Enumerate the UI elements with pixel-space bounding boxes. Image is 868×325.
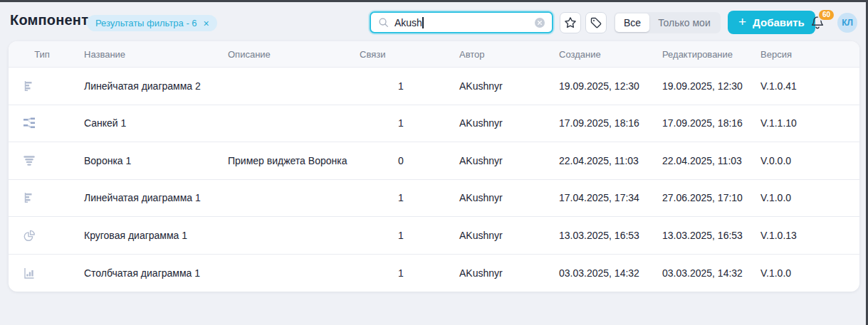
cell-links: 1	[351, 117, 451, 129]
cell-links: 1	[351, 267, 451, 279]
clear-search-icon[interactable]	[534, 17, 545, 28]
cell-version: V.1.0.0	[752, 267, 859, 279]
column-header-author[interactable]: Автор	[451, 49, 550, 60]
table-row[interactable]: Круговая диаграмма 1 1 AKushnyr 13.03.20…	[9, 217, 859, 255]
table-body: Линейчатая диаграмма 2 1 AKushnyr 19.09.…	[9, 68, 859, 292]
cell-author: AKushnyr	[451, 192, 550, 203]
cell-version: V.1.0.13	[752, 230, 859, 241]
cell-edited: 17.09.2025, 18:16	[654, 117, 752, 129]
cell-author: AKushnyr	[451, 155, 550, 166]
column-header-links[interactable]: Связи	[351, 49, 451, 60]
star-icon	[563, 16, 577, 30]
table-row[interactable]: Линейчатая диаграмма 2 1 AKushnyr 19.09.…	[9, 68, 859, 105]
cell-links: 1	[351, 192, 451, 203]
table-header-row: Тип Название Описание Связи Автор Создан…	[9, 41, 859, 68]
search-value: Akush	[394, 17, 422, 28]
tag-icon	[589, 16, 603, 30]
cell-links: 1	[351, 80, 451, 92]
cell-edited: 19.09.2025, 12:30	[654, 80, 752, 92]
sankey-icon	[22, 116, 36, 130]
add-button-label: Добавить	[753, 16, 805, 28]
column-header-version[interactable]: Версия	[752, 49, 859, 60]
horizontal-bar-chart-icon	[22, 79, 36, 93]
cell-type	[9, 191, 75, 205]
cell-name: Круговая диаграмма 1	[75, 230, 219, 241]
add-button[interactable]: + Добавить	[728, 11, 815, 34]
filter-results-badge[interactable]: Результаты фильтра - 6 ×	[87, 15, 217, 31]
cell-created: 17.04.2025, 17:34	[550, 192, 654, 203]
cell-type	[9, 154, 75, 168]
segment-option-only-mine[interactable]: Только мои	[649, 14, 719, 32]
pie-chart-icon	[22, 228, 36, 243]
top-bar: Компоненты Результаты фильтра - 6 × Akus…	[0, 2, 868, 41]
cell-version: V.0.0.0	[752, 155, 859, 166]
components-table: Тип Название Описание Связи Автор Создан…	[9, 41, 859, 292]
cell-author: AKushnyr	[451, 80, 550, 92]
search-input[interactable]: Akush	[370, 11, 553, 33]
cell-version: V.1.0.41	[752, 80, 859, 92]
scope-segmented-control: Все Только мои	[614, 12, 721, 33]
cell-edited: 27.06.2025, 17:10	[654, 192, 752, 203]
cell-name: Линейчатая диаграмма 1	[75, 192, 219, 203]
cell-author: AKushnyr	[451, 117, 550, 129]
table-row[interactable]: Столбчатая диаграмма 1 1 AKushnyr 03.03.…	[9, 255, 859, 292]
tags-button[interactable]	[585, 12, 607, 33]
cell-type	[9, 266, 75, 280]
cell-links: 1	[351, 230, 451, 241]
column-chart-icon	[22, 266, 36, 280]
table-row[interactable]: Воронка 1 Пример виджета Воронка 0 AKush…	[9, 142, 859, 180]
avatar[interactable]: КЛ	[837, 13, 857, 33]
cell-version: V.1.0.0	[752, 192, 859, 203]
cell-version: V.1.1.10	[752, 117, 859, 129]
cell-created: 17.09.2025, 18:16	[550, 117, 654, 129]
window-frame-top	[0, 0, 868, 2]
notification-count-badge: 60	[817, 9, 835, 21]
cell-created: 22.04.2025, 11:03	[550, 155, 654, 166]
cell-type	[9, 79, 75, 93]
cell-name: Санкей 1	[75, 117, 219, 129]
cell-created: 13.03.2025, 16:53	[550, 230, 654, 241]
column-header-type[interactable]: Тип	[9, 49, 75, 60]
cell-type	[9, 116, 75, 130]
cell-author: AKushnyr	[451, 230, 550, 241]
column-header-created[interactable]: Создание	[550, 49, 654, 60]
cell-links: 0	[351, 155, 451, 166]
filter-badge-close-icon[interactable]: ×	[204, 18, 209, 28]
favorites-button[interactable]	[560, 12, 581, 33]
cell-description: Пример виджета Воронка	[219, 155, 351, 166]
cell-created: 03.03.2025, 14:32	[550, 267, 654, 279]
text-cursor	[422, 17, 424, 28]
cell-name: Столбчатая диаграмма 1	[75, 267, 219, 279]
column-header-edited[interactable]: Редактирование	[654, 49, 752, 60]
filter-results-label: Результаты фильтра - 6	[95, 18, 197, 28]
cell-edited: 22.04.2025, 11:03	[654, 155, 752, 166]
cell-edited: 13.03.2025, 16:53	[654, 230, 752, 241]
table-row[interactable]: Санкей 1 1 AKushnyr 17.09.2025, 18:16 17…	[9, 105, 859, 143]
horizontal-bar-chart-icon	[22, 191, 36, 205]
cell-created: 19.09.2025, 12:30	[550, 80, 654, 92]
plus-icon: +	[738, 15, 746, 28]
cell-author: AKushnyr	[451, 267, 550, 279]
table-row[interactable]: Линейчатая диаграмма 1 1 AKushnyr 17.04.…	[9, 180, 859, 218]
funnel-icon	[22, 154, 36, 168]
cell-name: Линейчатая диаграмма 2	[75, 80, 219, 92]
cell-edited: 03.03.2025, 14:32	[654, 267, 752, 279]
column-header-name[interactable]: Название	[75, 49, 219, 60]
search-icon	[377, 16, 389, 28]
cell-type	[9, 228, 75, 243]
column-header-description[interactable]: Описание	[219, 49, 351, 60]
segment-option-all[interactable]: Все	[615, 14, 649, 32]
cell-name: Воронка 1	[75, 155, 219, 166]
